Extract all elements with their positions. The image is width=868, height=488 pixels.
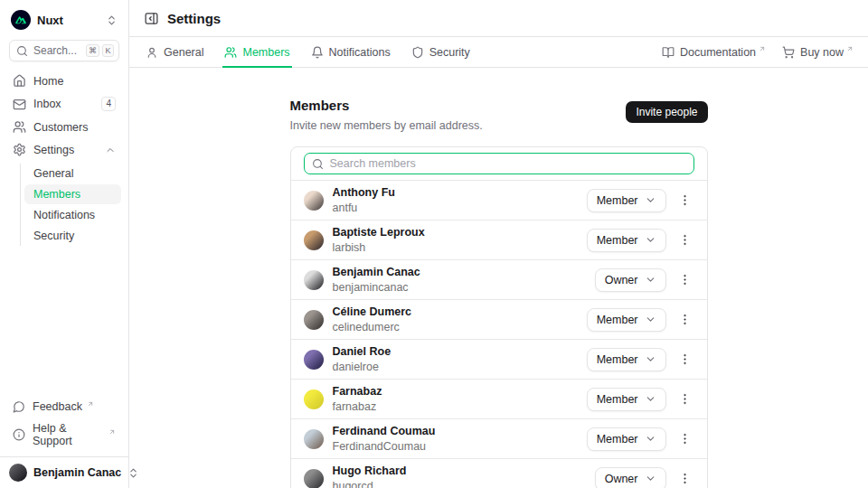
- member-avatar: [304, 270, 324, 290]
- team-switcher[interactable]: Nuxt: [7, 8, 121, 40]
- tab-label: Members: [242, 46, 289, 59]
- member-row: Ferdinand Coumau FerdinandCoumau Member: [291, 418, 707, 458]
- members-search-input[interactable]: [330, 157, 686, 170]
- member-role-select[interactable]: Member: [587, 388, 666, 411]
- cart-icon: [782, 46, 795, 59]
- sidebar: Nuxt Search... ⌘ K Home Inbox 4: [0, 0, 129, 488]
- member-role-value: Owner: [605, 473, 638, 485]
- sidebar-item-settings[interactable]: Settings: [7, 139, 121, 160]
- member-role-select[interactable]: Owner: [595, 467, 666, 488]
- member-actions-button[interactable]: [675, 311, 694, 328]
- tab-general[interactable]: General: [144, 37, 205, 67]
- page-title: Settings: [167, 11, 221, 26]
- tab-members[interactable]: Members: [222, 37, 291, 67]
- external-link-icon: [87, 400, 94, 408]
- member-role-value: Member: [597, 194, 638, 207]
- chevron-down-icon: [645, 393, 656, 405]
- message-icon: [13, 400, 25, 413]
- member-actions-button[interactable]: [675, 390, 694, 408]
- info-icon: [13, 428, 25, 441]
- member-role-select[interactable]: Member: [587, 427, 666, 451]
- feedback-link[interactable]: Feedback: [7, 397, 121, 417]
- sidebar-item-customers[interactable]: Customers: [7, 117, 121, 137]
- member-username: hugorcd: [333, 480, 407, 488]
- documentation-link[interactable]: Documentation: [662, 46, 766, 59]
- user-menu-button[interactable]: Benjamin Canac: [9, 464, 119, 482]
- home-icon: [13, 74, 26, 88]
- sidebar-item-general[interactable]: General: [24, 164, 121, 183]
- member-avatar: [304, 191, 324, 211]
- member-role-value: Member: [597, 393, 638, 406]
- chevron-down-icon: [645, 274, 656, 286]
- member-role-select[interactable]: Owner: [595, 268, 666, 292]
- user-icon: [146, 46, 158, 59]
- tab-label: General: [164, 46, 203, 59]
- member-actions-button[interactable]: [675, 470, 694, 487]
- external-link-icon: [846, 45, 854, 52]
- member-username: FerdinandCoumau: [333, 440, 436, 453]
- header-link-label: Buy now: [800, 46, 844, 59]
- page-header: Settings: [129, 0, 868, 37]
- chevron-up-icon: [105, 145, 116, 155]
- sidebar-search-button[interactable]: Search... ⌘ K: [9, 40, 119, 61]
- member-actions-button[interactable]: [675, 192, 694, 209]
- member-role-value: Member: [597, 234, 638, 247]
- sidebar-item-label: Customers: [33, 121, 88, 134]
- member-role-select[interactable]: Member: [587, 189, 666, 212]
- member-name: Benjamin Canac: [333, 266, 420, 278]
- users-icon: [224, 46, 237, 59]
- tab-label: Security: [429, 46, 470, 59]
- member-row: Anthony Fu antfu Member: [291, 180, 707, 220]
- header-link-label: Documentation: [680, 46, 756, 59]
- content: Members Invite new members by email addr…: [129, 68, 868, 488]
- members-section-header: Members Invite new members by email addr…: [290, 98, 708, 132]
- member-username: benjamincanac: [333, 281, 420, 294]
- member-actions-button[interactable]: [675, 271, 694, 288]
- member-actions-button[interactable]: [675, 430, 694, 447]
- member-role-value: Owner: [605, 274, 638, 286]
- tab-security[interactable]: Security: [410, 37, 472, 67]
- user-name: Benjamin Canac: [33, 466, 121, 479]
- member-username: celinedumerc: [333, 321, 412, 333]
- tab-notifications[interactable]: Notifications: [309, 37, 392, 67]
- sidebar-nav: Home Inbox 4 Customers Settings Genera: [7, 70, 121, 248]
- member-avatar: [304, 310, 324, 330]
- member-avatar: [304, 429, 324, 449]
- collapse-sidebar-icon[interactable]: [144, 11, 159, 26]
- chevron-down-icon: [645, 353, 656, 365]
- sidebar-item-label: Settings: [33, 144, 74, 156]
- buy-now-link[interactable]: Buy now: [782, 46, 854, 59]
- invite-people-button[interactable]: Invite people: [626, 101, 707, 123]
- sidebar-item-security[interactable]: Security: [24, 226, 121, 246]
- search-icon: [312, 158, 324, 170]
- chevrons-up-down-icon: [106, 14, 118, 26]
- member-actions-button[interactable]: [675, 351, 694, 368]
- header-links: Documentation Buy now: [662, 37, 854, 67]
- book-icon: [662, 46, 675, 59]
- member-avatar: [304, 350, 324, 370]
- search-icon: [16, 45, 28, 57]
- sidebar-item-label: Home: [33, 75, 63, 88]
- settings-sub-menu: General Members Notifications Security: [20, 164, 121, 246]
- chevron-down-icon: [645, 433, 656, 445]
- member-role-value: Member: [597, 433, 638, 446]
- sidebar-item-inbox[interactable]: Inbox 4: [7, 93, 121, 115]
- sidebar-item-members[interactable]: Members: [24, 184, 121, 204]
- sidebar-search-placeholder: Search...: [33, 44, 80, 57]
- members-list: Anthony Fu antfu Member Baptiste Leproux…: [291, 180, 707, 488]
- member-role-select[interactable]: Member: [587, 229, 666, 252]
- sidebar-user-section: Benjamin Canac: [0, 456, 128, 488]
- external-link-icon: [108, 428, 116, 436]
- help-support-link[interactable]: Help & Support: [7, 418, 121, 451]
- sidebar-item-notifications[interactable]: Notifications: [24, 205, 121, 225]
- member-username: larbish: [333, 241, 425, 254]
- member-actions-button[interactable]: [675, 231, 694, 249]
- sidebar-item-home[interactable]: Home: [7, 70, 121, 91]
- kbd-k: K: [102, 44, 114, 57]
- member-name: Daniel Roe: [333, 345, 392, 358]
- member-role-select[interactable]: Member: [587, 348, 666, 371]
- member-row: Daniel Roe danielroe Member: [291, 339, 707, 379]
- sidebar-footer-links: Feedback Help & Support: [7, 397, 121, 456]
- member-role-select[interactable]: Member: [587, 308, 666, 332]
- member-role-value: Member: [597, 353, 638, 366]
